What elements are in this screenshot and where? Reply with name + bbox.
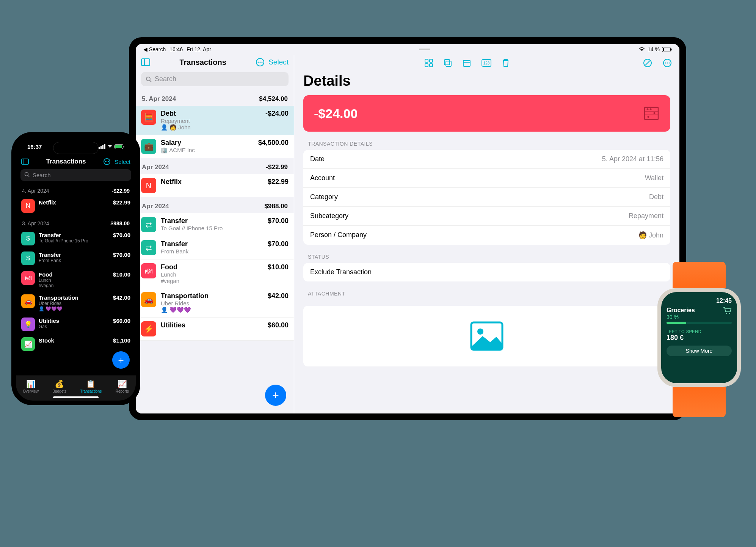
select-button[interactable]: Select xyxy=(268,58,289,66)
amount-card: -$24.00 xyxy=(303,95,670,132)
date-header: Apr 2024-$22.99 xyxy=(136,158,294,174)
add-transaction-button[interactable]: + xyxy=(265,385,286,406)
search-icon xyxy=(146,76,152,82)
dynamic-island xyxy=(53,142,99,154)
transaction-row[interactable]: 🍽 Food Lunch #vegan $10.00 xyxy=(136,259,294,288)
transaction-row[interactable]: N Netflix $22.99 xyxy=(16,196,136,216)
watch-show-more-button[interactable]: Show More xyxy=(667,346,732,356)
watch-progress xyxy=(667,322,732,324)
category-icon: ⇄ xyxy=(141,240,156,255)
tab-transactions[interactable]: 📋Transactions xyxy=(80,379,102,393)
category-icon: ⇄ xyxy=(141,217,156,232)
watch-band xyxy=(673,262,726,288)
date-header: 4. Apr 2024-$22.99 xyxy=(16,183,136,196)
grid-icon[interactable] xyxy=(425,59,433,67)
more-icon[interactable] xyxy=(256,58,265,67)
watch-budget-title: Groceries xyxy=(667,307,695,314)
svg-point-35 xyxy=(477,329,483,335)
tab-overview[interactable]: 📊Overview xyxy=(23,379,39,393)
tab-icon: 📈 xyxy=(118,379,127,388)
multitask-handle[interactable] xyxy=(419,49,430,50)
transaction-row[interactable]: 📈 Stock $1,100 xyxy=(16,334,136,354)
svg-text:123: 123 xyxy=(483,61,490,65)
sidebar-toggle-icon[interactable] xyxy=(141,58,150,66)
attachment-section-label: ATTACHMENT xyxy=(294,281,679,300)
iphone-select-button[interactable]: Select xyxy=(114,159,130,165)
transaction-row[interactable]: 🚗 Transportation Uber Rides 👤 💜💜💜 $42.00 xyxy=(16,291,136,314)
category-icon: 🍽 xyxy=(21,271,35,285)
exclude-label: Exclude Transaction xyxy=(310,268,372,276)
wifi-icon xyxy=(638,47,645,52)
svg-line-22 xyxy=(645,61,650,65)
svg-point-33 xyxy=(648,116,649,118)
svg-point-49 xyxy=(25,173,28,176)
status-section-label: STATUS xyxy=(294,245,679,263)
detail-row[interactable]: AccountWallet xyxy=(303,169,670,188)
calendar-icon[interactable] xyxy=(463,59,471,67)
svg-point-30 xyxy=(647,108,649,110)
ipad-device: ◀ Search 16:46 Fri 12. Apr 14 % xyxy=(129,37,686,420)
more-detail-icon[interactable] xyxy=(663,58,672,68)
svg-rect-15 xyxy=(446,61,451,66)
detail-row[interactable]: CategoryDebt xyxy=(303,188,670,207)
search-icon xyxy=(24,172,30,178)
search-placeholder: Search xyxy=(155,75,176,83)
transaction-row[interactable]: 💡 Utilities Gas $60.00 xyxy=(16,314,136,334)
iphone-transaction-list[interactable]: 4. Apr 2024-$22.99 N Netflix $22.993. Ap… xyxy=(16,183,136,376)
svg-rect-41 xyxy=(115,145,122,148)
transaction-row[interactable]: $ Transfer To Goal // iPhone 15 Pro $70.… xyxy=(16,229,136,248)
transaction-list[interactable]: 5. Apr 2024$4,524.00 🧮 Debt Repayment 👤 … xyxy=(136,90,294,413)
transactions-sidebar: Transactions Select Search 5. Apr 2024$4… xyxy=(136,55,294,413)
iphone-more-icon[interactable] xyxy=(103,158,111,165)
iphone-search-input[interactable]: Search xyxy=(20,169,131,181)
transaction-row[interactable]: ⇄ Transfer From Bank $70.00 xyxy=(136,236,294,259)
svg-line-10 xyxy=(150,80,151,82)
detail-row[interactable]: Person / Company🧑 John xyxy=(303,226,670,245)
iphone-nav: Transactions Select xyxy=(16,156,136,167)
ipad-screen: ◀ Search 16:46 Fri 12. Apr 14 % xyxy=(136,44,679,413)
svg-point-46 xyxy=(105,161,106,162)
exclude-toggle-row[interactable]: Exclude Transaction xyxy=(303,263,670,281)
category-icon: N xyxy=(141,178,156,193)
category-icon: 💡 xyxy=(21,318,35,331)
number-icon[interactable]: 123 xyxy=(482,59,491,67)
cancel-icon[interactable] xyxy=(643,58,652,68)
transaction-row[interactable]: 💼 Salary 🏢 ACME Inc $4,500.00 xyxy=(136,135,294,158)
iphone-add-button[interactable]: + xyxy=(112,351,130,369)
transaction-row[interactable]: N Netflix $22.99 xyxy=(136,174,294,197)
category-icon: 💼 xyxy=(141,139,156,154)
iphone-status-icons xyxy=(99,144,124,149)
home-indicator[interactable] xyxy=(53,396,99,398)
battery-pct: 14 % xyxy=(648,46,660,52)
cart-icon xyxy=(723,307,732,314)
svg-point-26 xyxy=(669,63,670,64)
transaction-row[interactable]: 🍽 Food Lunch #vegan $10.00 xyxy=(16,268,136,291)
tab-reports[interactable]: 📈Reports xyxy=(116,379,129,393)
iphone-device: 16:37 Transactions Select Search 4. Apr … xyxy=(11,132,140,405)
trash-icon[interactable] xyxy=(502,59,510,67)
transaction-row[interactable]: ⇄ Transfer To Goal // iPhone 15 Pro $70.… xyxy=(136,213,294,236)
transaction-row[interactable]: 🚗 Transportation Uber Rides 👤 💜💜💜 $42.00 xyxy=(136,288,294,318)
attachment-card[interactable] xyxy=(303,306,670,366)
detail-row[interactable]: SubcategoryRepayment xyxy=(303,207,670,226)
svg-rect-39 xyxy=(104,144,105,149)
battery-icon xyxy=(662,47,672,52)
detail-row[interactable]: Date5. Apr 2024 at 11:56 xyxy=(303,150,670,169)
back-to-search[interactable]: ◀ Search xyxy=(143,46,166,52)
iphone-sidebar-icon[interactable] xyxy=(21,159,29,165)
copy-icon[interactable] xyxy=(444,59,452,67)
search-input[interactable]: Search xyxy=(141,72,289,86)
svg-rect-37 xyxy=(100,146,102,149)
svg-rect-1 xyxy=(663,48,664,51)
iphone-title: Transactions xyxy=(33,158,99,165)
tab-icon: 💰 xyxy=(55,379,64,388)
tab-budgets[interactable]: 💰Budgets xyxy=(52,379,66,393)
transaction-row[interactable]: 🧮 Debt Repayment 👤 🧑 John -$24.00 xyxy=(136,106,294,135)
transaction-row[interactable]: ⚡ Utilities $60.00 xyxy=(136,318,294,341)
transaction-row[interactable]: $ Transfer From Bank $70.00 xyxy=(16,248,136,268)
svg-point-31 xyxy=(650,108,652,110)
status-card: Exclude Transaction xyxy=(303,263,670,281)
watch-device: 12:45 Groceries 30 % LEFT TO SPEND 180 €… xyxy=(657,262,741,421)
amount-value: -$24.00 xyxy=(314,106,358,121)
svg-rect-42 xyxy=(124,146,124,148)
